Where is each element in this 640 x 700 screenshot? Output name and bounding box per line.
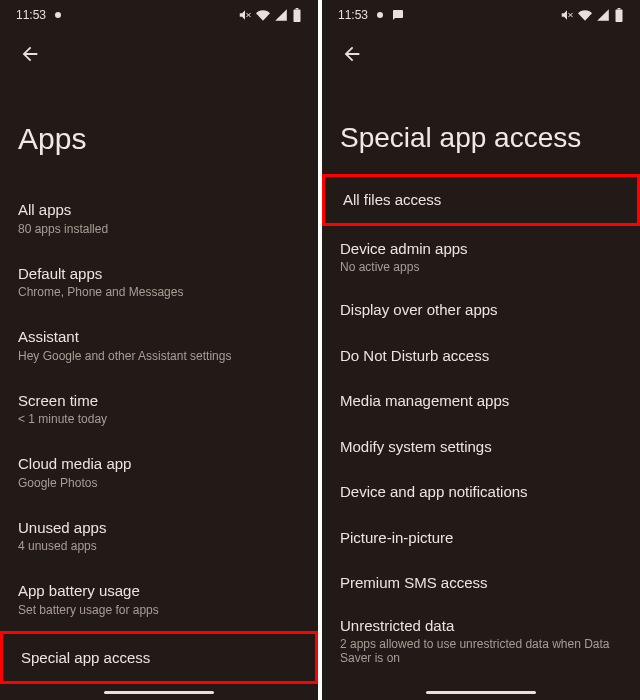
item-label: Modify system settings [340, 437, 622, 457]
arrow-left-icon [341, 43, 363, 65]
page-title: Special app access [322, 72, 640, 174]
item-unused-apps[interactable]: Unused apps 4 unused apps [0, 504, 318, 568]
item-do-not-disturb-access[interactable]: Do Not Disturb access [322, 333, 640, 379]
item-label: Media management apps [340, 391, 622, 411]
item-label: Cloud media app [18, 454, 300, 474]
item-display-over-other-apps[interactable]: Display over other apps [322, 287, 640, 333]
item-picture-in-picture[interactable]: Picture-in-picture [322, 515, 640, 561]
status-bar: 11:53 [0, 0, 318, 26]
mute-icon [560, 8, 574, 22]
svg-rect-4 [616, 9, 623, 22]
item-device-and-app-notifications[interactable]: Device and app notifications [322, 469, 640, 515]
item-device-admin-apps[interactable]: Device admin apps No active apps [322, 226, 640, 288]
item-assistant[interactable]: Assistant Hey Google and other Assistant… [0, 313, 318, 377]
item-sublabel: 80 apps installed [18, 222, 300, 236]
nav-indicator [426, 691, 536, 694]
notification-dot-icon [52, 9, 64, 21]
item-label: Unused apps [18, 518, 300, 538]
page-title: Apps [0, 72, 318, 186]
item-label: All apps [18, 200, 300, 220]
svg-point-0 [55, 12, 61, 18]
item-label: Display over other apps [340, 300, 622, 320]
status-time: 11:53 [338, 8, 368, 22]
signal-icon [596, 8, 610, 22]
item-screen-time[interactable]: Screen time < 1 minute today [0, 377, 318, 441]
battery-icon [292, 8, 302, 22]
item-label: Picture-in-picture [340, 528, 622, 548]
item-unrestricted-data[interactable]: Unrestricted data 2 apps allowed to use … [322, 606, 640, 676]
item-label: Special app access [21, 648, 297, 668]
phone-left: 11:53 Apps All app [0, 0, 318, 700]
item-cloud-media-app[interactable]: Cloud media app Google Photos [0, 440, 318, 504]
item-premium-sms-access[interactable]: Premium SMS access [322, 560, 640, 606]
item-sublabel: Chrome, Phone and Messages [18, 285, 300, 299]
notification-dot-icon [374, 9, 386, 21]
item-modify-system-settings[interactable]: Modify system settings [322, 424, 640, 470]
item-label: App battery usage [18, 581, 300, 601]
status-bar: 11:53 [322, 0, 640, 26]
item-special-app-access[interactable]: Special app access [0, 631, 318, 685]
item-label: All files access [343, 190, 619, 210]
item-sublabel: Hey Google and other Assistant settings [18, 349, 300, 363]
nav-indicator [104, 691, 214, 694]
wifi-icon [256, 8, 270, 22]
item-sublabel: 4 unused apps [18, 539, 300, 553]
item-app-battery-usage[interactable]: App battery usage Set battery usage for … [0, 567, 318, 631]
svg-rect-5 [618, 8, 621, 9]
item-default-apps[interactable]: Default apps Chrome, Phone and Messages [0, 250, 318, 314]
item-all-files-access[interactable]: All files access [322, 174, 640, 226]
item-sublabel: < 1 minute today [18, 412, 300, 426]
item-media-management-apps[interactable]: Media management apps [322, 378, 640, 424]
item-label: Default apps [18, 264, 300, 284]
battery-icon [614, 8, 624, 22]
status-time: 11:53 [16, 8, 46, 22]
svg-point-3 [377, 12, 383, 18]
item-sublabel: No active apps [340, 260, 622, 274]
item-label: Do Not Disturb access [340, 346, 622, 366]
mute-icon [238, 8, 252, 22]
item-label: Premium SMS access [340, 573, 622, 593]
message-icon [392, 9, 404, 21]
back-button[interactable] [12, 36, 48, 72]
back-button[interactable] [334, 36, 370, 72]
item-all-apps[interactable]: All apps 80 apps installed [0, 186, 318, 250]
wifi-icon [578, 8, 592, 22]
item-label: Screen time [18, 391, 300, 411]
item-label: Device admin apps [340, 239, 622, 259]
item-sublabel: Google Photos [18, 476, 300, 490]
svg-rect-1 [294, 9, 301, 22]
item-label: Assistant [18, 327, 300, 347]
item-sublabel: Set battery usage for apps [18, 603, 300, 617]
item-label: Unrestricted data [340, 616, 622, 636]
phone-right: 11:53 [322, 0, 640, 700]
item-sublabel: 2 apps allowed to use unrestricted data … [340, 637, 622, 665]
item-label: Device and app notifications [340, 482, 622, 502]
svg-rect-2 [296, 8, 299, 9]
arrow-left-icon [19, 43, 41, 65]
signal-icon [274, 8, 288, 22]
